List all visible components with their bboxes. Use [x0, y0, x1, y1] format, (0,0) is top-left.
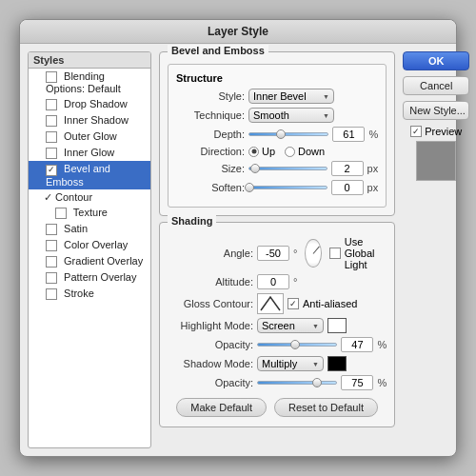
shadow-color-swatch[interactable] [327, 356, 347, 371]
sidebar-item-satin[interactable]: Satin [29, 221, 150, 237]
highlight-color-swatch[interactable] [327, 318, 347, 333]
sidebar-item-inner-shadow[interactable]: Inner Shadow [29, 112, 150, 129]
sidebar-item-inner-glow[interactable]: Inner Glow [29, 145, 150, 161]
styles-sidebar: Styles Blending Options: Default Drop Sh… [28, 51, 151, 448]
altitude-label: Altitude: [168, 276, 253, 288]
highlight-opacity-slider-container [257, 340, 337, 349]
technique-select[interactable]: Smooth [248, 108, 334, 123]
shadow-opacity-slider-track[interactable] [257, 381, 337, 385]
shadow-opacity-label: Opacity: [168, 377, 253, 388]
sidebar-header: Styles [29, 52, 150, 69]
sidebar-item-gradient-overlay[interactable]: Gradient Overlay [29, 253, 150, 269]
contour-svg [259, 295, 282, 312]
preview-checkbox[interactable]: ✓ [410, 126, 422, 137]
highlight-opacity-slider-track[interactable] [257, 343, 337, 347]
depth-slider-thumb[interactable] [276, 129, 286, 139]
stroke-checkbox[interactable] [46, 288, 57, 300]
shadow-opacity-thumb[interactable] [312, 378, 322, 387]
outer-glow-checkbox[interactable] [46, 131, 57, 143]
make-default-button[interactable]: Make Default [176, 398, 267, 417]
shading-panel: Shading Angle: ° Use Global Light Altitu… [159, 222, 395, 427]
sidebar-item-pattern-overlay[interactable]: Pattern Overlay [29, 269, 150, 286]
style-select[interactable]: Inner Bevel [248, 89, 334, 104]
bottom-buttons: Make Default Reset to Default [168, 394, 387, 419]
sidebar-item-drop-shadow[interactable]: Drop Shadow [29, 96, 150, 112]
altitude-input[interactable] [257, 274, 289, 289]
inner-shadow-checkbox[interactable] [46, 115, 57, 127]
contour-label: Contour [55, 191, 92, 203]
sidebar-item-stroke[interactable]: Stroke [29, 286, 150, 302]
direction-down-circle[interactable] [285, 147, 295, 157]
reset-to-default-button[interactable]: Reset to Default [274, 398, 378, 417]
inner-shadow-label: Inner Shadow [64, 114, 129, 126]
anti-aliased-checkbox[interactable]: ✓ [288, 298, 299, 309]
preview-swatch [416, 141, 456, 181]
depth-input[interactable] [332, 127, 365, 142]
direction-radio-group: Up Down [248, 146, 325, 157]
shadow-opacity-row: Opacity: % [168, 375, 387, 390]
highlight-mode-select[interactable]: Screen [257, 318, 324, 333]
preview-check-row: ✓ Preview [410, 126, 462, 137]
gloss-contour-label: Gloss Contour: [168, 298, 253, 309]
depth-row: Depth: % [176, 127, 378, 142]
angle-dial[interactable] [305, 239, 321, 268]
angle-label: Angle: [168, 248, 253, 259]
highlight-opacity-thumb[interactable] [290, 340, 300, 349]
direction-down-radio[interactable]: Down [285, 146, 325, 157]
sidebar-item-outer-glow[interactable]: Outer Glow [29, 129, 150, 145]
gradient-overlay-checkbox[interactable] [46, 256, 57, 268]
bevel-emboss-section-title: Bevel and Emboss [168, 45, 268, 56]
dialog-title-bar: Layer Style [20, 20, 456, 44]
dialog-title: Layer Style [208, 25, 268, 38]
satin-checkbox[interactable] [46, 224, 57, 235]
soften-input[interactable] [331, 180, 364, 195]
highlight-opacity-input[interactable] [341, 337, 373, 352]
inner-glow-checkbox[interactable] [46, 148, 57, 159]
preview-label: Preview [425, 126, 462, 137]
pattern-overlay-checkbox[interactable] [46, 272, 57, 284]
ok-button[interactable]: OK [403, 51, 469, 70]
blending-options-checkbox[interactable] [46, 71, 57, 83]
dialog-body: Styles Blending Options: Default Drop Sh… [20, 44, 456, 456]
cancel-button[interactable]: Cancel [403, 76, 469, 95]
new-style-button[interactable]: New Style... [403, 101, 469, 120]
direction-up-label: Up [262, 146, 275, 157]
direction-up-radio[interactable]: Up [248, 146, 275, 157]
main-content: Bevel and Emboss Structure Style: Inner … [159, 51, 395, 448]
action-buttons: OK Cancel New Style... ✓ Preview [403, 51, 469, 448]
drop-shadow-checkbox[interactable] [46, 99, 57, 110]
highlight-opacity-unit: % [377, 339, 387, 350]
gloss-contour-preview[interactable] [257, 293, 284, 314]
depth-slider-container [248, 129, 328, 139]
direction-up-circle[interactable] [248, 147, 259, 157]
style-label: Style: [176, 90, 245, 102]
direction-down-label: Down [298, 146, 325, 157]
size-input[interactable] [331, 161, 364, 176]
size-slider-thumb[interactable] [250, 164, 260, 173]
highlight-opacity-row: Opacity: % [168, 337, 387, 352]
global-light-checkbox[interactable] [329, 248, 341, 259]
texture-label: Texture [73, 207, 108, 218]
soften-unit: px [367, 182, 379, 193]
bevel-emboss-checkbox[interactable] [46, 165, 57, 176]
structure-title: Structure [176, 72, 378, 84]
sidebar-item-texture[interactable]: Texture [29, 205, 150, 221]
soften-slider-track[interactable] [248, 186, 327, 189]
sidebar-item-blending-options[interactable]: Blending Options: Default [29, 69, 150, 96]
soften-slider-thumb[interactable] [245, 183, 254, 192]
shadow-mode-select[interactable]: Multiply [257, 356, 324, 371]
shadow-opacity-slider-container [257, 378, 337, 387]
anti-aliased-label: Anti-aliased [303, 298, 357, 309]
structure-section: Structure Style: Inner Bevel Technique: … [168, 64, 387, 208]
sidebar-item-color-overlay[interactable]: Color Overlay [29, 237, 150, 253]
size-slider-track[interactable] [248, 167, 327, 170]
gloss-contour-row: Gloss Contour: ✓ Anti-aliased [168, 293, 387, 314]
color-overlay-checkbox[interactable] [46, 240, 57, 251]
shadow-opacity-input[interactable] [341, 375, 373, 390]
highlight-mode-value: Screen [262, 320, 295, 331]
angle-input[interactable] [257, 246, 289, 261]
sidebar-item-bevel-emboss[interactable]: Bevel and Emboss [29, 161, 150, 188]
sidebar-item-contour[interactable]: Contour [29, 189, 150, 205]
texture-checkbox[interactable] [55, 208, 67, 219]
depth-slider-track[interactable] [248, 132, 328, 136]
